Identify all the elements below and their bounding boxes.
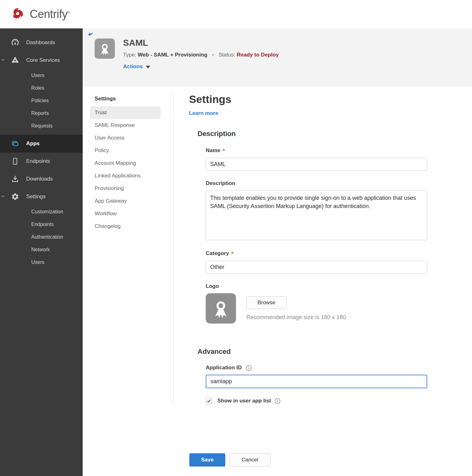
sidebar-item-authentication[interactable]: Authentication <box>0 231 83 243</box>
sidebar-item-apps[interactable]: Apps <box>0 135 83 152</box>
logo-size-hint: Recommended image size is 180 x 180 <box>246 314 346 321</box>
name-label: Name * <box>206 147 225 154</box>
category-input[interactable] <box>206 261 427 274</box>
description-field-group: Description This template enables you to… <box>198 180 472 240</box>
description-label: Description <box>206 180 235 187</box>
status-badge: Ready to Deploy <box>237 52 279 58</box>
sidebar-item-downloads[interactable]: Downloads <box>0 170 83 188</box>
subnav-item-account-mapping[interactable]: Account Mapping <box>90 157 161 170</box>
show-in-user-app-list-checkbox[interactable] <box>206 398 212 404</box>
back-arrow-icon[interactable] <box>87 31 94 38</box>
cluster-icon <box>11 56 19 64</box>
required-asterisk: * <box>222 147 225 155</box>
advanced-section: Advanced Application ID <box>189 348 472 404</box>
sidebar: Dashboards Core Services Users Roles Pol… <box>0 28 83 476</box>
show-in-user-app-list-label: Show in user app list <box>217 398 271 404</box>
sidebar-item-label: Endpoints <box>26 158 50 164</box>
gauge-icon <box>11 39 19 47</box>
sidebar-item-settings[interactable]: Settings <box>0 188 83 205</box>
app-subnav: Settings Trust SAML Response User Access… <box>90 93 174 404</box>
sidebar-item-policies[interactable]: Policies <box>0 94 83 107</box>
logo-field-group: Logo Browse Recommended image size is 18… <box>198 283 472 324</box>
chevron-down-icon <box>1 193 5 200</box>
section-heading-description: Description <box>198 130 472 138</box>
status-label: Status: <box>219 52 235 58</box>
sidebar-item-label: Downloads <box>26 176 53 182</box>
subnav-item-provisioning[interactable]: Provisioning <box>90 182 161 195</box>
content-area: SAML Type: Web - SAML + Provisioning • S… <box>83 28 472 467</box>
subnav-item-changelog[interactable]: Changelog <box>90 220 161 233</box>
sidebar-item-endpoints[interactable]: Endpoints <box>0 152 83 170</box>
app-logo-icon <box>95 39 115 59</box>
info-icon[interactable] <box>274 398 280 404</box>
description-textarea[interactable]: This template enables you to provide sin… <box>206 190 427 240</box>
application-id-label: Application ID <box>206 365 242 371</box>
save-button[interactable]: Save <box>189 453 225 467</box>
sidebar-item-settings-endpoints[interactable]: Endpoints <box>0 218 83 231</box>
category-field-group: Category * <box>198 250 472 274</box>
sidebar-item-users[interactable]: Users <box>0 69 83 82</box>
sidebar-item-dashboards[interactable]: Dashboards <box>0 34 83 51</box>
registered-mark: ® <box>68 10 70 15</box>
cancel-button[interactable]: Cancel <box>229 453 270 467</box>
centrify-logo-icon[interactable] <box>9 5 26 23</box>
sidebar-item-settings-users[interactable]: Users <box>0 256 83 269</box>
sidebar-item-label: Core Services <box>26 57 60 63</box>
subnav-item-policy[interactable]: Policy <box>90 144 161 157</box>
top-bar: Centrify® <box>0 0 472 28</box>
meta-separator: • <box>212 52 214 58</box>
subnav-item-saml-response[interactable]: SAML Response <box>90 119 161 132</box>
dropdown-arrow-icon <box>146 66 150 68</box>
app-header: SAML Type: Web - SAML + Provisioning • S… <box>83 28 472 87</box>
subnav-item-trust[interactable]: Trust <box>90 106 161 119</box>
browse-button[interactable]: Browse <box>246 296 286 309</box>
settings-form: Settings Learn more Description Name * D… <box>174 93 472 404</box>
actions-menu-button[interactable]: Actions <box>123 63 279 70</box>
name-field-group: Name * <box>198 147 472 171</box>
subnav-item-user-access[interactable]: User Access <box>90 132 161 144</box>
info-icon[interactable] <box>246 365 252 371</box>
app-meta: Type: Web - SAML + Provisioning • Status… <box>123 52 279 58</box>
application-id-field-group: Application ID <box>198 365 472 388</box>
sidebar-item-requests[interactable]: Requests <box>0 120 83 132</box>
learn-more-link[interactable]: Learn more <box>189 110 218 116</box>
subnav-item-linked-applications[interactable]: Linked Applications <box>90 170 161 182</box>
chevron-down-icon <box>1 57 5 63</box>
brand-name: Centrify® <box>30 8 70 21</box>
sidebar-item-label: Dashboards <box>26 39 55 46</box>
sidebar-item-network[interactable]: Network <box>0 243 83 256</box>
logo-label: Logo <box>206 283 219 289</box>
download-icon <box>11 175 19 183</box>
sidebar-item-label: Settings <box>26 193 45 200</box>
section-heading-advanced: Advanced <box>198 348 472 356</box>
app-title: SAML <box>123 38 279 48</box>
logo-preview-ribbon-icon <box>206 293 236 324</box>
subnav-item-workflow[interactable]: Workflow <box>90 207 161 220</box>
application-id-input[interactable] <box>206 375 427 388</box>
sidebar-item-roles[interactable]: Roles <box>0 82 83 94</box>
sidebar-item-reports[interactable]: Reports <box>0 107 83 120</box>
sidebar-item-core-services[interactable]: Core Services <box>0 51 83 69</box>
required-asterisk: * <box>231 250 234 258</box>
sidebar-item-label: Apps <box>26 140 40 147</box>
checkmark-icon <box>207 399 211 403</box>
name-input[interactable] <box>206 158 427 171</box>
subnav-item-app-gateway[interactable]: App Gateway <box>90 195 161 207</box>
type-label: Type: <box>123 52 136 58</box>
subnav-title: Settings <box>90 93 173 106</box>
sidebar-item-customization[interactable]: Customization <box>0 205 83 218</box>
type-value: Web - SAML + Provisioning <box>138 52 207 58</box>
description-section: Description Name * Description This temp… <box>189 130 472 324</box>
form-actions: Save Cancel <box>189 453 472 467</box>
category-label: Category * <box>206 250 233 257</box>
gear-icon <box>11 193 19 201</box>
smartphone-icon <box>11 157 19 165</box>
apps-icon <box>11 140 19 148</box>
page-title: Settings <box>189 93 472 105</box>
show-in-user-app-list-row: Show in user app list <box>198 398 472 404</box>
